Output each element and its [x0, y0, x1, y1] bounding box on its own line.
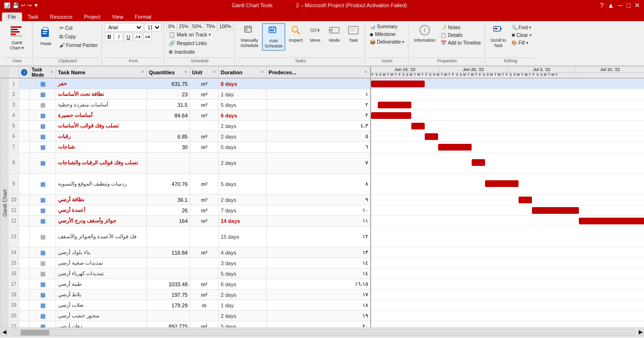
col-header-task-mode[interactable]: Task Mode▼: [30, 67, 56, 78]
table-row[interactable]: 8 ▦ تصلب وفك قوالب الرقبات والشناجات 2 d…: [9, 152, 370, 174]
tab-project[interactable]: Project: [78, 12, 106, 21]
table-row[interactable]: 21 ▦ دهان أرضي 892.775 m² 5 days ٢٠: [9, 321, 370, 327]
notes-button[interactable]: 📝 Notes: [439, 24, 483, 31]
table-row[interactable]: 16 ▦ تمديدات كهرباء أرضي 5 days ١٤: [9, 268, 370, 279]
details-button[interactable]: 📋 Details: [439, 32, 483, 39]
table-row[interactable]: 5 ▦ تصلب وفك قوالب الأساسات 2 days ٤،٣: [9, 121, 370, 131]
gantt-bar[interactable]: [371, 112, 411, 119]
table-row[interactable]: 20 ▦ منجور خشب أرضي 2 days ١٩: [9, 311, 370, 321]
horizontal-scrollbar[interactable]: [11, 329, 635, 336]
tab-task[interactable]: Task: [22, 12, 45, 21]
gantt-bar[interactable]: [579, 218, 644, 224]
tab-file[interactable]: File: [2, 12, 22, 21]
table-row[interactable]: 2 ▦ نظافة تحت الأساسات 23 m³ 1 day ١: [9, 89, 370, 100]
scroll-right-btn[interactable]: ▶: [637, 329, 644, 336]
row-info-icon: [19, 174, 30, 194]
table-row[interactable]: 14 ▦ بناء بلوك أرضي 116.84 m³ 4 days ١٣: [9, 247, 370, 258]
font-color-button[interactable]: A▾: [143, 33, 152, 41]
auto-schedule-button[interactable]: AutoSchedule: [262, 23, 286, 51]
percent-50[interactable]: 50%: [191, 23, 203, 30]
summary-button[interactable]: 📊 Summary: [368, 23, 399, 30]
table-row[interactable]: 11 ▦ أعمدة أرضي 26 m³ 7 days ١٠: [9, 205, 370, 216]
cut-button[interactable]: ✂ Cut: [57, 24, 100, 32]
col-header-predecessor[interactable]: Predeces...▼: [267, 67, 370, 78]
table-row[interactable]: 17 ▦ طينة أرضي 1033.48 m² 6 days ١٦،١٥: [9, 279, 370, 290]
quick-redo[interactable]: ↪: [27, 2, 32, 9]
table-row[interactable]: 12 ▦ جوائز وأسقف ودرج الأرضي 164 m³ 14 d…: [9, 216, 370, 226]
table-row[interactable]: 13 ▦ فك قوالب الأعمدة والجوائز والأسقف 1…: [9, 226, 370, 247]
percent-25[interactable]: 25%: [178, 23, 190, 30]
ribbon-collapse[interactable]: ▲: [608, 1, 614, 9]
row-number: 1: [9, 79, 19, 89]
bottom-scrollbar[interactable]: ◀ ▶: [0, 327, 644, 336]
gantt-bar[interactable]: [532, 207, 579, 214]
italic-button[interactable]: I: [114, 33, 123, 41]
quick-dropdown[interactable]: ▼: [34, 2, 39, 8]
clear-button[interactable]: ✖ Clear ▾: [509, 32, 533, 39]
underline-button[interactable]: U: [124, 33, 133, 41]
inactivate-button[interactable]: ⊗ Inactivate: [167, 48, 197, 56]
help-icon[interactable]: ?: [600, 1, 604, 9]
tab-view[interactable]: View: [106, 12, 129, 21]
quick-save[interactable]: 💾: [12, 2, 19, 9]
col-header-quantities[interactable]: Quantities▼: [147, 67, 190, 78]
table-row[interactable]: 4 ▦ أساسات حصيرة 84.64 m³ 6 days ٢: [9, 110, 370, 121]
col-header-unit[interactable]: Unit▼: [190, 67, 219, 78]
table-row[interactable]: 9 ▦ ردميات وتنظيف الموقع والتسوية 470.76…: [9, 174, 370, 195]
col-header-task-name[interactable]: Task Name▼: [56, 67, 147, 78]
table-row[interactable]: 1 ▦ حفر 631.75 m³ 8 days: [9, 79, 370, 89]
gantt-bar[interactable]: [378, 102, 411, 108]
gantt-chart-button[interactable]: GanttChart ▾: [4, 23, 30, 52]
gantt-bar[interactable]: [519, 197, 532, 203]
background-color-button[interactable]: A▾: [134, 33, 142, 41]
font-size-select[interactable]: 11: [144, 23, 161, 32]
inspect-button[interactable]: Inspect: [286, 23, 305, 45]
scroll-to-task-button[interactable]: Scroll toTask: [488, 23, 508, 50]
col-header-duration[interactable]: Duration▼: [219, 67, 267, 78]
gantt-bar[interactable]: [425, 133, 438, 140]
mode-button[interactable]: Mode: [325, 23, 343, 45]
gantt-bar[interactable]: [438, 144, 472, 151]
gantt-bar[interactable]: [485, 180, 519, 187]
quick-undo[interactable]: ↩: [21, 2, 25, 9]
minimize-btn[interactable]: ─: [618, 1, 623, 9]
font-name-select[interactable]: Arial: [105, 23, 143, 32]
information-button[interactable]: i Information: [411, 23, 438, 45]
tab-format[interactable]: Format: [129, 12, 157, 21]
table-row[interactable]: 15 ▦ تمديدات صحية أرضي 3 days ١٤: [9, 258, 370, 268]
respect-links-button[interactable]: 🔗 Respect Links: [167, 39, 209, 47]
close-btn[interactable]: ✕: [634, 1, 640, 9]
table-row[interactable]: 7 ▦ شناجات 30 m³ 5 days ٦: [9, 142, 370, 152]
ribbon: GanttChart ▾ View Paste ✂: [0, 21, 644, 66]
add-to-timeline-button[interactable]: 📅 Add to Timeline: [439, 39, 483, 47]
scroll-left-btn[interactable]: ◀: [0, 329, 9, 336]
format-painter-button[interactable]: 🖌 Format Painter: [57, 41, 100, 49]
row-duration: 5 days: [219, 268, 267, 279]
percent-0[interactable]: 0%: [167, 23, 176, 30]
maximize-btn[interactable]: □: [627, 1, 631, 9]
task-button[interactable]: Task: [344, 23, 362, 45]
percent-100[interactable]: 100%: [218, 23, 233, 30]
milestone-button[interactable]: ◆ Milestone: [368, 31, 397, 38]
mark-on-track-button[interactable]: 📋 Mark on Track ▾: [167, 31, 212, 39]
fill-button[interactable]: 🎨 Fill ▾: [509, 39, 533, 47]
table-row[interactable]: 6 ▦ رقبات 6.85 m³ 2 days ٥: [9, 131, 370, 142]
table-row[interactable]: 18 ▦ بلاط أرضي 197.75 m² 2 days ١٧: [9, 290, 370, 300]
svg-rect-22: [310, 28, 317, 32]
paste-button[interactable]: Paste: [35, 23, 56, 48]
tab-resource[interactable]: Resource: [44, 12, 78, 21]
move-button[interactable]: Move: [306, 23, 324, 45]
gantt-bar[interactable]: [371, 81, 425, 87]
manually-schedule-button[interactable]: ManuallySchedule: [238, 23, 261, 50]
paste-label: Paste: [40, 41, 51, 47]
deliverable-button[interactable]: 📦 Deliverable ▾: [368, 38, 406, 46]
percent-75[interactable]: 75%: [204, 23, 217, 30]
gantt-bar[interactable]: [411, 123, 425, 129]
copy-button[interactable]: ⧉ Copy: [57, 33, 100, 41]
gantt-bar[interactable]: [472, 159, 485, 166]
table-row[interactable]: 3 ▦ أساسات منفردة وخطية 31.5 m³ 5 days ٢: [9, 100, 370, 110]
find-button[interactable]: 🔍 Find ▾: [509, 24, 533, 31]
table-row[interactable]: 10 ▦ نظافة أرضي 36.1 m³ 2 days ٩: [9, 195, 370, 205]
bold-button[interactable]: B: [105, 33, 113, 41]
table-row[interactable]: 19 ▦ نعلات أرضي 179.29 m 1 day ١٨: [9, 300, 370, 311]
